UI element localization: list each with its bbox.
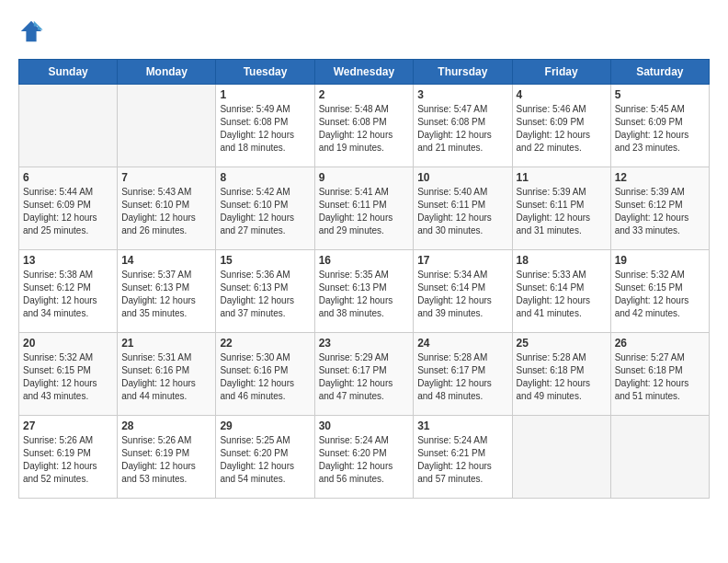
calendar-cell: 22 Sunrise: 5:30 AMSunset: 6:16 PMDaylig… xyxy=(216,333,314,416)
calendar-cell: 20 Sunrise: 5:32 AMSunset: 6:15 PMDaylig… xyxy=(19,333,118,416)
day-number: 10 xyxy=(417,171,507,184)
day-info: Sunrise: 5:41 AMSunset: 6:11 PMDaylight:… xyxy=(319,187,393,236)
day-info: Sunrise: 5:33 AMSunset: 6:14 PMDaylight:… xyxy=(517,270,591,318)
day-info: Sunrise: 5:36 AMSunset: 6:13 PMDaylight:… xyxy=(220,270,294,318)
day-info: Sunrise: 5:27 AMSunset: 6:18 PMDaylight:… xyxy=(615,352,689,401)
day-info: Sunrise: 5:37 AMSunset: 6:13 PMDaylight:… xyxy=(121,270,196,318)
calendar-cell: 18 Sunrise: 5:33 AMSunset: 6:14 PMDaylig… xyxy=(512,250,610,333)
day-info: Sunrise: 5:44 AMSunset: 6:09 PMDaylight:… xyxy=(23,187,97,236)
calendar-cell: 8 Sunrise: 5:42 AMSunset: 6:10 PMDayligh… xyxy=(216,167,314,250)
day-info: Sunrise: 5:35 AMSunset: 6:13 PMDaylight:… xyxy=(319,270,393,318)
calendar-cell: 2 Sunrise: 5:48 AMSunset: 6:08 PMDayligh… xyxy=(314,85,414,167)
svg-marker-0 xyxy=(21,21,41,41)
calendar-cell: 26 Sunrise: 5:27 AMSunset: 6:18 PMDaylig… xyxy=(610,333,709,416)
week-row-4: 20 Sunrise: 5:32 AMSunset: 6:15 PMDaylig… xyxy=(19,333,710,416)
day-number: 5 xyxy=(615,88,705,101)
calendar-cell: 11 Sunrise: 5:39 AMSunset: 6:11 PMDaylig… xyxy=(512,167,610,250)
calendar-cell: 9 Sunrise: 5:41 AMSunset: 6:11 PMDayligh… xyxy=(314,167,414,250)
day-number: 7 xyxy=(121,171,211,184)
calendar-cell: 17 Sunrise: 5:34 AMSunset: 6:14 PMDaylig… xyxy=(414,250,512,333)
day-number: 14 xyxy=(121,254,211,267)
day-number: 23 xyxy=(319,337,410,350)
day-info: Sunrise: 5:42 AMSunset: 6:10 PMDaylight:… xyxy=(220,187,294,236)
day-number: 30 xyxy=(319,419,410,432)
day-info: Sunrise: 5:32 AMSunset: 6:15 PMDaylight:… xyxy=(23,352,97,401)
day-number: 22 xyxy=(220,337,310,350)
calendar-cell: 5 Sunrise: 5:45 AMSunset: 6:09 PMDayligh… xyxy=(610,85,709,167)
day-number: 16 xyxy=(319,254,410,267)
week-row-1: 1 Sunrise: 5:49 AMSunset: 6:08 PMDayligh… xyxy=(19,85,710,167)
day-info: Sunrise: 5:34 AMSunset: 6:14 PMDaylight:… xyxy=(417,270,492,318)
day-number: 21 xyxy=(121,337,211,350)
calendar-cell: 12 Sunrise: 5:39 AMSunset: 6:12 PMDaylig… xyxy=(610,167,709,250)
week-row-3: 13 Sunrise: 5:38 AMSunset: 6:12 PMDaylig… xyxy=(19,250,710,333)
day-number: 24 xyxy=(417,337,507,350)
day-info: Sunrise: 5:38 AMSunset: 6:12 PMDaylight:… xyxy=(23,270,97,318)
day-number: 4 xyxy=(517,88,607,101)
day-number: 17 xyxy=(417,254,507,267)
day-info: Sunrise: 5:32 AMSunset: 6:15 PMDaylight:… xyxy=(615,270,689,318)
day-info: Sunrise: 5:30 AMSunset: 6:16 PMDaylight:… xyxy=(220,352,294,401)
calendar-cell xyxy=(512,416,610,499)
day-info: Sunrise: 5:28 AMSunset: 6:17 PMDaylight:… xyxy=(417,352,492,401)
logo-icon xyxy=(18,18,44,44)
day-number: 12 xyxy=(615,171,705,184)
day-info: Sunrise: 5:49 AMSunset: 6:08 PMDaylight:… xyxy=(220,104,294,153)
day-info: Sunrise: 5:24 AMSunset: 6:21 PMDaylight:… xyxy=(417,435,492,484)
day-number: 6 xyxy=(23,171,113,184)
calendar-cell: 7 Sunrise: 5:43 AMSunset: 6:10 PMDayligh… xyxy=(118,167,216,250)
calendar-cell: 16 Sunrise: 5:35 AMSunset: 6:13 PMDaylig… xyxy=(314,250,414,333)
day-header-thursday: Thursday xyxy=(414,60,512,85)
day-info: Sunrise: 5:24 AMSunset: 6:20 PMDaylight:… xyxy=(319,435,393,484)
calendar-cell: 15 Sunrise: 5:36 AMSunset: 6:13 PMDaylig… xyxy=(216,250,314,333)
day-number: 11 xyxy=(517,171,607,184)
day-info: Sunrise: 5:29 AMSunset: 6:17 PMDaylight:… xyxy=(319,352,393,401)
day-number: 27 xyxy=(23,419,113,432)
day-info: Sunrise: 5:26 AMSunset: 6:19 PMDaylight:… xyxy=(23,435,97,484)
day-info: Sunrise: 5:47 AMSunset: 6:08 PMDaylight:… xyxy=(417,104,492,153)
day-number: 20 xyxy=(23,337,113,350)
calendar-cell xyxy=(19,85,118,167)
day-info: Sunrise: 5:46 AMSunset: 6:09 PMDaylight:… xyxy=(517,104,591,153)
day-number: 28 xyxy=(121,419,211,432)
day-number: 29 xyxy=(220,419,310,432)
day-number: 8 xyxy=(220,171,310,184)
calendar-cell: 19 Sunrise: 5:32 AMSunset: 6:15 PMDaylig… xyxy=(610,250,709,333)
calendar-cell: 25 Sunrise: 5:28 AMSunset: 6:18 PMDaylig… xyxy=(512,333,610,416)
calendar-cell: 24 Sunrise: 5:28 AMSunset: 6:17 PMDaylig… xyxy=(414,333,512,416)
day-number: 9 xyxy=(319,171,410,184)
day-info: Sunrise: 5:40 AMSunset: 6:11 PMDaylight:… xyxy=(417,187,492,236)
day-number: 13 xyxy=(23,254,113,267)
calendar-cell: 14 Sunrise: 5:37 AMSunset: 6:13 PMDaylig… xyxy=(118,250,216,333)
day-number: 19 xyxy=(615,254,705,267)
calendar-cell: 13 Sunrise: 5:38 AMSunset: 6:12 PMDaylig… xyxy=(19,250,118,333)
day-info: Sunrise: 5:31 AMSunset: 6:16 PMDaylight:… xyxy=(121,352,196,401)
day-number: 3 xyxy=(417,88,507,101)
day-info: Sunrise: 5:45 AMSunset: 6:09 PMDaylight:… xyxy=(615,104,689,153)
day-number: 15 xyxy=(220,254,310,267)
calendar-cell: 21 Sunrise: 5:31 AMSunset: 6:16 PMDaylig… xyxy=(118,333,216,416)
week-row-2: 6 Sunrise: 5:44 AMSunset: 6:09 PMDayligh… xyxy=(19,167,710,250)
calendar-cell: 23 Sunrise: 5:29 AMSunset: 6:17 PMDaylig… xyxy=(314,333,414,416)
logo xyxy=(18,18,48,44)
calendar-cell: 31 Sunrise: 5:24 AMSunset: 6:21 PMDaylig… xyxy=(414,416,512,499)
day-number: 1 xyxy=(220,88,310,101)
calendar-cell: 10 Sunrise: 5:40 AMSunset: 6:11 PMDaylig… xyxy=(414,167,512,250)
day-number: 18 xyxy=(517,254,607,267)
day-number: 25 xyxy=(517,337,607,350)
day-number: 26 xyxy=(615,337,705,350)
day-header-tuesday: Tuesday xyxy=(216,60,314,85)
calendar-table: SundayMondayTuesdayWednesdayThursdayFrid… xyxy=(18,59,710,499)
calendar-cell xyxy=(118,85,216,167)
day-info: Sunrise: 5:43 AMSunset: 6:10 PMDaylight:… xyxy=(121,187,196,236)
calendar-cell: 27 Sunrise: 5:26 AMSunset: 6:19 PMDaylig… xyxy=(19,416,118,499)
day-header-sunday: Sunday xyxy=(19,60,118,85)
day-info: Sunrise: 5:48 AMSunset: 6:08 PMDaylight:… xyxy=(319,104,393,153)
day-info: Sunrise: 5:39 AMSunset: 6:12 PMDaylight:… xyxy=(615,187,689,236)
day-number: 31 xyxy=(417,419,507,432)
day-info: Sunrise: 5:25 AMSunset: 6:20 PMDaylight:… xyxy=(220,435,294,484)
day-header-wednesday: Wednesday xyxy=(314,60,414,85)
header-row: SundayMondayTuesdayWednesdayThursdayFrid… xyxy=(19,60,710,85)
calendar-cell xyxy=(610,416,709,499)
calendar-cell: 28 Sunrise: 5:26 AMSunset: 6:19 PMDaylig… xyxy=(118,416,216,499)
